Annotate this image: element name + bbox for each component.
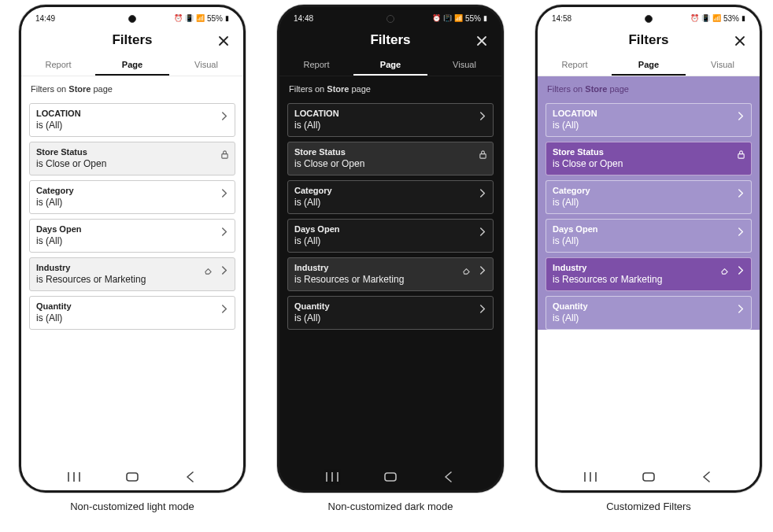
- chevron-right-icon: [479, 225, 487, 239]
- wifi-icon: 📶: [712, 15, 721, 22]
- chevron-right-icon: [737, 225, 745, 239]
- filter-title: Store Status: [294, 147, 486, 157]
- camera-notch: [386, 15, 394, 23]
- filter-value: is (All): [36, 312, 228, 323]
- home-button[interactable]: [642, 470, 656, 484]
- tab-page[interactable]: Page: [95, 54, 169, 76]
- chevron-right-icon: [220, 225, 229, 239]
- battery-percent: 53%: [723, 14, 739, 23]
- filter-title: Quantity: [553, 301, 745, 311]
- phone-caption: Non-customized dark mode: [328, 501, 453, 512]
- eraser-icon[interactable]: [462, 264, 471, 278]
- filter-card-quantity[interactable]: Quantity is (All): [287, 296, 494, 330]
- filter-title: Days Open: [553, 224, 745, 234]
- camera-notch: [128, 15, 136, 23]
- filter-card-location[interactable]: LOCATION is (All): [287, 103, 494, 137]
- recents-button[interactable]: [583, 470, 597, 484]
- tab-visual[interactable]: Visual: [686, 54, 760, 76]
- lock-icon: [220, 148, 229, 162]
- filter-title: LOCATION: [553, 109, 745, 118]
- filter-card-industry[interactable]: Industry is Resources or Marketing: [546, 257, 752, 291]
- battery-percent: 55%: [207, 14, 223, 23]
- chevron-right-icon: [220, 264, 229, 278]
- tab-report[interactable]: Report: [21, 54, 95, 76]
- battery-icon: ▮: [483, 15, 487, 22]
- tab-visual[interactable]: Visual: [169, 54, 243, 76]
- filter-card-quantity[interactable]: Quantity is (All): [546, 296, 752, 330]
- wifi-icon: 📶: [196, 15, 205, 22]
- lock-icon: [479, 148, 487, 162]
- alarm-icon: ⏰: [432, 15, 441, 22]
- android-nav-bar: [538, 470, 760, 484]
- eraser-icon[interactable]: [204, 264, 213, 278]
- home-button[interactable]: [383, 470, 398, 484]
- back-button[interactable]: [700, 470, 714, 484]
- filter-title: Category: [553, 186, 745, 195]
- filter-value: is (All): [553, 197, 745, 208]
- status-time: 14:49: [35, 14, 55, 23]
- vibrate-icon: 📳: [185, 15, 194, 22]
- filter-card-store status[interactable]: Store Status is Close or Open: [287, 142, 494, 175]
- tabs: ReportPageVisual: [279, 54, 501, 76]
- content-area: Filters on Store page LOCATION is (All) …: [538, 76, 760, 330]
- android-nav-bar: [21, 470, 243, 484]
- filter-card-category[interactable]: Category is (All): [546, 180, 752, 214]
- filter-card-industry[interactable]: Industry is Resources or Marketing: [29, 257, 235, 291]
- filter-title: Quantity: [294, 301, 486, 311]
- filter-value: is Close or Open: [553, 158, 745, 169]
- page-title: Filters: [370, 32, 410, 47]
- alarm-icon: ⏰: [174, 15, 183, 22]
- filter-value: is Close or Open: [36, 158, 228, 169]
- wifi-icon: 📶: [454, 15, 463, 22]
- filter-card-store status[interactable]: Store Status is Close or Open: [29, 142, 235, 175]
- phone-purple: 14:58 ⏰ 📳 📶 53% ▮ Filters ReportPageVisu…: [535, 5, 762, 493]
- filter-value: is (All): [553, 312, 745, 323]
- close-button[interactable]: [473, 32, 490, 50]
- phone-caption: Customized Filters: [606, 501, 691, 512]
- filter-title: Industry: [294, 263, 486, 272]
- eraser-icon[interactable]: [720, 264, 729, 278]
- lock-icon: [737, 148, 745, 162]
- tabs: ReportPageVisual: [538, 54, 760, 76]
- filter-title: Store Status: [36, 147, 228, 157]
- filter-value: is (All): [553, 120, 745, 131]
- filter-card-location[interactable]: LOCATION is (All): [546, 103, 752, 137]
- section-label: Filters on Store page: [538, 76, 760, 98]
- filter-title: Quantity: [36, 301, 228, 311]
- home-button[interactable]: [125, 470, 139, 484]
- close-button[interactable]: [731, 32, 749, 50]
- filter-card-location[interactable]: LOCATION is (All): [29, 103, 235, 137]
- chevron-right-icon: [479, 187, 487, 201]
- phone-dark: 14:48 ⏰ 📳 📶 55% ▮ Filters ReportPageVisu…: [277, 5, 504, 493]
- filter-card-store status[interactable]: Store Status is Close or Open: [546, 142, 752, 175]
- recents-button[interactable]: [325, 470, 339, 484]
- battery-icon: ▮: [742, 15, 745, 22]
- tab-page[interactable]: Page: [612, 54, 686, 76]
- back-button[interactable]: [183, 470, 198, 484]
- recents-button[interactable]: [67, 470, 81, 484]
- filter-card-quantity[interactable]: Quantity is (All): [29, 296, 235, 330]
- back-button[interactable]: [442, 470, 456, 484]
- tab-report[interactable]: Report: [279, 54, 353, 76]
- filter-card-days open[interactable]: Days Open is (All): [29, 219, 235, 253]
- chevron-right-icon: [220, 187, 229, 201]
- filter-card-category[interactable]: Category is (All): [287, 180, 494, 214]
- chevron-right-icon: [220, 109, 229, 124]
- filter-title: Days Open: [36, 224, 228, 234]
- content-area: Filters on Store page LOCATION is (All) …: [21, 76, 243, 330]
- filter-value: is (All): [294, 197, 486, 208]
- page-title: Filters: [628, 32, 668, 47]
- filter-value: is (All): [294, 120, 486, 131]
- tab-page[interactable]: Page: [353, 54, 427, 76]
- filter-card-days open[interactable]: Days Open is (All): [546, 219, 752, 253]
- status-time: 14:48: [294, 14, 313, 23]
- battery-icon: ▮: [225, 15, 229, 22]
- filter-card-industry[interactable]: Industry is Resources or Marketing: [287, 257, 494, 291]
- close-button[interactable]: [215, 32, 232, 50]
- tabs: ReportPageVisual: [21, 54, 243, 76]
- tab-visual[interactable]: Visual: [427, 54, 501, 76]
- filter-card-days open[interactable]: Days Open is (All): [287, 219, 494, 253]
- section-label: Filters on Store page: [279, 76, 501, 98]
- tab-report[interactable]: Report: [538, 54, 612, 76]
- filter-card-category[interactable]: Category is (All): [29, 180, 235, 214]
